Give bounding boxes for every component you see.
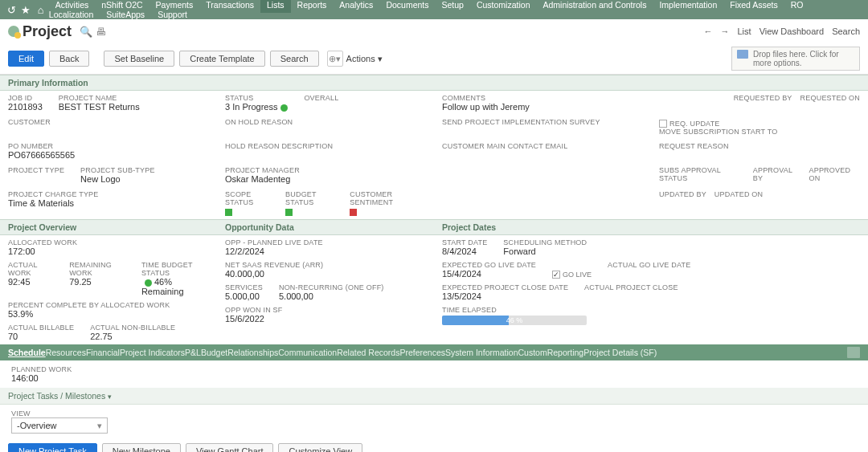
charge-type-label: PROJECT CHARGE TYPE bbox=[8, 190, 209, 198]
nav-transactions[interactable]: Transactions bbox=[199, 0, 260, 13]
proj-subtype-label: PROJECT SUB-TYPE bbox=[80, 166, 155, 174]
toolbar: Edit Back Set Baseline Create Template S… bbox=[0, 43, 868, 75]
tab-preferences[interactable]: Preferences bbox=[399, 348, 445, 357]
comments-value: Follow up with Jeremy bbox=[442, 102, 530, 112]
opp-planned-value: 12/2/2024 bbox=[225, 246, 264, 256]
tab-budget[interactable]: Budget bbox=[201, 348, 227, 357]
opp-won-value: 15/6/2022 bbox=[225, 314, 264, 324]
view-gantt-button[interactable]: View Gantt Chart bbox=[186, 443, 274, 452]
golive-checkbox[interactable] bbox=[552, 271, 560, 279]
nav-implementation[interactable]: Implementation bbox=[653, 0, 723, 13]
back-button[interactable]: Back bbox=[49, 51, 89, 67]
folder-icon bbox=[737, 50, 748, 59]
overview-row: ALLOCATED WORK172:00 ACTUAL WORK92:45 RE… bbox=[0, 235, 868, 344]
global-nav: ↺ ★ ⌂ ActivitiesnShift O2CPaymentsTransa… bbox=[0, 0, 868, 19]
status-label: STATUS bbox=[225, 94, 288, 102]
nav-customization[interactable]: Customization bbox=[470, 0, 537, 13]
elapsed-text: 46 % bbox=[506, 316, 523, 325]
nav-suiteapps[interactable]: SuiteApps bbox=[100, 6, 151, 22]
tab-reporting[interactable]: Reporting bbox=[547, 348, 584, 357]
view-label: VIEW bbox=[11, 409, 857, 417]
customize-view-button[interactable]: Customize View bbox=[278, 443, 362, 452]
section-primary-info: Primary Information bbox=[0, 75, 868, 91]
time-elapsed-bar: 46 % bbox=[442, 316, 587, 325]
primary-info: JOB ID2101893 PROJECT NAMEBEST TEST Retu… bbox=[0, 91, 868, 219]
anbill-value: 22.75 bbox=[90, 332, 113, 341]
req-update-checkbox[interactable] bbox=[659, 120, 667, 128]
charge-type-value: Time & Materials bbox=[8, 198, 74, 208]
tab-project-details-sf-[interactable]: Project Details (SF) bbox=[583, 348, 657, 357]
po-label: PO NUMBER bbox=[8, 142, 209, 150]
services-value: 5.000,00 bbox=[225, 291, 260, 301]
list-link[interactable]: List bbox=[738, 26, 751, 36]
tab-system-information[interactable]: System Information bbox=[445, 348, 518, 357]
set-baseline-button[interactable]: Set Baseline bbox=[104, 51, 174, 67]
search-button[interactable]: Search bbox=[270, 51, 319, 67]
project-name-value: BEST TEST Returns bbox=[59, 102, 140, 112]
history-icon[interactable]: ↺ bbox=[5, 4, 18, 16]
nav-support[interactable]: Support bbox=[151, 6, 194, 22]
tab-communication[interactable]: Communication bbox=[278, 348, 337, 357]
sentiment-label: CUSTOMER SENTIMENT bbox=[350, 190, 426, 206]
scope-label: SCOPE STATUS bbox=[225, 190, 274, 206]
tbs-dot-icon bbox=[145, 279, 152, 287]
egl-value: 15/4/2024 bbox=[442, 269, 481, 279]
tasks-subhead[interactable]: Project Tasks / Milestones bbox=[0, 388, 868, 405]
create-template-button[interactable]: Create Template bbox=[179, 51, 265, 67]
section-overview: Project Overview bbox=[0, 219, 217, 235]
star-icon[interactable]: ★ bbox=[19, 4, 32, 16]
search-icon[interactable]: 🔍 bbox=[80, 26, 92, 38]
record-header: Project 🔍 🖶 ← → List View Dashboard Sear… bbox=[0, 19, 868, 43]
home-icon[interactable]: ⌂ bbox=[35, 4, 47, 16]
send-survey-label: SEND PROJECT IMPLEMENTATION SURVEY bbox=[442, 118, 643, 126]
subs-approval-label: SUBS APPROVAL STATUS bbox=[659, 166, 745, 182]
actions-menu-icon[interactable]: ⊕▾ bbox=[327, 51, 343, 67]
nav-administration-and-controls[interactable]: Administration and Controls bbox=[536, 0, 653, 13]
tab-project-indicators[interactable]: Project Indicators bbox=[120, 348, 185, 357]
view-select[interactable]: -Overview bbox=[11, 417, 108, 434]
requested-on-label: REQUESTED ON bbox=[800, 94, 860, 102]
arr-label: NET SAAS REVENUE (ARR) bbox=[225, 261, 426, 269]
remain-work-value: 79.25 bbox=[69, 277, 92, 287]
status-value: 3 In Progress bbox=[225, 102, 277, 112]
nav-setup[interactable]: Setup bbox=[435, 0, 469, 13]
tab-resources[interactable]: Resources bbox=[46, 348, 86, 357]
comments-label: COMMENTS bbox=[442, 94, 643, 102]
new-milestone-button[interactable]: New Milestone bbox=[102, 443, 181, 452]
agl-label: ACTUAL GO LIVE DATE bbox=[608, 261, 690, 269]
updated-by-label: UPDATED BY bbox=[659, 190, 706, 198]
approval-by-label: APPROVAL BY bbox=[753, 166, 801, 182]
nav-prev-icon[interactable]: ← bbox=[704, 26, 713, 36]
nav-reports[interactable]: Reports bbox=[291, 0, 334, 13]
tab-financial[interactable]: Financial bbox=[86, 348, 120, 357]
abill-label: ACTUAL BILLABLE bbox=[8, 324, 74, 332]
edit-button[interactable]: Edit bbox=[8, 51, 44, 67]
proj-type-label: PROJECT TYPE bbox=[8, 166, 64, 174]
pcbaw-label: PERCENT COMPLETE BY ALLOCATED WORK bbox=[8, 301, 209, 309]
tab-schedule[interactable]: Schedule bbox=[8, 348, 46, 357]
actions-menu[interactable]: Actions ▾ bbox=[346, 54, 383, 64]
sentiment-status-icon bbox=[350, 209, 357, 216]
alloc-work-value: 172:00 bbox=[8, 246, 35, 256]
planned-work-value: 146:00 bbox=[11, 373, 39, 383]
nav-lists[interactable]: Lists bbox=[260, 0, 291, 13]
nav-analytics[interactable]: Analytics bbox=[333, 0, 379, 13]
nav-fixed-assets[interactable]: Fixed Assets bbox=[723, 0, 784, 13]
new-project-task-button[interactable]: New Project Task bbox=[8, 443, 97, 452]
job-id-value: 2101893 bbox=[8, 102, 43, 112]
nav-documents[interactable]: Documents bbox=[379, 0, 435, 13]
project-logo-icon bbox=[8, 26, 19, 37]
remain-work-label: REMAINING WORK bbox=[69, 261, 125, 277]
tab-p-l[interactable]: P&L bbox=[185, 348, 201, 357]
print-icon[interactable]: 🖶 bbox=[96, 26, 106, 38]
tab-relationships[interactable]: Relationships bbox=[227, 348, 278, 357]
tab-expand-icon[interactable] bbox=[847, 347, 860, 358]
file-dropzone[interactable]: Drop files here. Click for more options. bbox=[731, 47, 860, 71]
view-dashboard-link[interactable]: View Dashboard bbox=[760, 26, 825, 36]
search-link[interactable]: Search bbox=[832, 26, 860, 36]
nav-next-icon[interactable]: → bbox=[721, 26, 730, 36]
abill-value: 70 bbox=[8, 332, 18, 341]
tab-custom[interactable]: Custom bbox=[518, 348, 547, 357]
tab-related-records[interactable]: Related Records bbox=[337, 348, 399, 357]
record-tabs: ScheduleResourcesFinancialProject Indica… bbox=[0, 344, 868, 360]
